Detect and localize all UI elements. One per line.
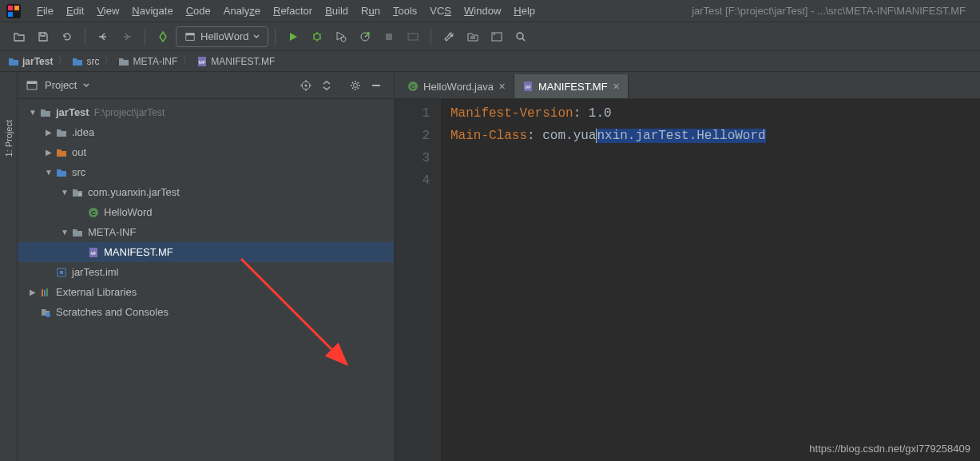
tree-scratches[interactable]: Scratches and Consoles — [18, 302, 394, 322]
expand-all-icon[interactable] — [317, 76, 336, 95]
svg-point-7 — [314, 34, 320, 40]
tree-iml[interactable]: jarTest.iml — [18, 262, 394, 282]
svg-rect-30 — [42, 289, 43, 296]
profile-button[interactable] — [354, 26, 376, 48]
gear-icon[interactable] — [346, 76, 365, 95]
svg-text:MF: MF — [525, 85, 530, 89]
menu-item[interactable]: Help — [507, 3, 542, 18]
tree-root[interactable]: ▼ jarTest F:\project\jarTest — [18, 102, 394, 122]
hide-icon[interactable] — [367, 76, 386, 95]
separator — [85, 28, 85, 46]
line-number: 4 — [395, 169, 430, 192]
code-body[interactable]: Manifest-Version: 1.0 Main-Class: com.yu… — [441, 99, 980, 461]
menu-item[interactable]: Run — [355, 3, 387, 18]
tree-out[interactable]: ▶ out — [18, 142, 394, 162]
svg-text:MF: MF — [199, 60, 206, 65]
project-pane: Project ▼ jarTest F:\project\jarTest ▶ .… — [18, 72, 395, 461]
target-icon[interactable] — [296, 76, 315, 95]
menu-item[interactable]: VCS — [423, 3, 458, 18]
svg-rect-12 — [408, 34, 418, 40]
divider — [338, 76, 344, 95]
close-icon[interactable]: ✕ — [498, 81, 506, 92]
attach-button[interactable] — [402, 26, 424, 48]
breadcrumb-src[interactable]: src — [72, 56, 99, 67]
sdk-button[interactable] — [486, 26, 508, 48]
coverage-button[interactable] — [330, 26, 352, 48]
svg-text:C: C — [91, 209, 96, 217]
separator — [430, 28, 431, 46]
menu-item[interactable]: View — [90, 3, 125, 18]
debug-button[interactable] — [306, 26, 328, 48]
tab-manifest[interactable]: MF MANIFEST.MF ✕ — [514, 74, 629, 98]
svg-rect-32 — [46, 288, 48, 296]
menu-item[interactable]: Tools — [387, 3, 423, 18]
back-button[interactable] — [92, 26, 114, 48]
menu-item[interactable]: Window — [458, 3, 507, 18]
run-button[interactable] — [282, 26, 304, 48]
manifest-file-icon: MF — [196, 56, 208, 67]
project-tool-window-button[interactable]: 1: Project — [4, 120, 14, 157]
svg-point-22 — [354, 83, 358, 87]
app-icon — [184, 31, 196, 42]
tree-ext-libs[interactable]: ▶ External Libraries — [18, 282, 394, 302]
java-class-icon: C — [407, 81, 419, 92]
folder-icon — [72, 57, 83, 66]
close-icon[interactable]: ✕ — [613, 81, 620, 92]
breadcrumb: jarTest 〉 src 〉 META-INF 〉 MF MANIFEST.M… — [0, 51, 980, 72]
chevron-down-icon[interactable] — [83, 82, 89, 89]
tree-idea[interactable]: ▶ .idea — [18, 122, 394, 142]
refresh-button[interactable] — [56, 26, 78, 48]
chevron-right-icon: 〉 — [58, 54, 67, 68]
gutter[interactable]: 1 2 3 4 — [395, 99, 441, 461]
svg-rect-6 — [186, 33, 195, 35]
side-rail: 1: Project — [0, 72, 18, 461]
tree-meta[interactable]: ▼ META-INF — [18, 222, 394, 242]
line-number: 3 — [395, 147, 430, 169]
svg-point-8 — [341, 37, 346, 42]
svg-point-33 — [46, 312, 50, 317]
project-view-icon — [26, 79, 38, 92]
tree-src[interactable]: ▼ src — [18, 162, 394, 182]
menu-item[interactable]: Navigate — [125, 3, 179, 18]
project-structure-button[interactable] — [462, 26, 484, 48]
project-header: Project — [18, 72, 394, 99]
svg-point-23 — [78, 193, 81, 196]
svg-point-15 — [517, 33, 523, 39]
menubar: FileEditViewNavigateCodeAnalyzeRefactorB… — [0, 0, 980, 22]
menu-item[interactable]: File — [30, 3, 60, 18]
breadcrumb-root[interactable]: jarTest — [8, 56, 53, 67]
tree-pkg[interactable]: ▼ com.yuanxin.jarTest — [18, 182, 394, 202]
build-button[interactable] — [152, 26, 174, 48]
project-tree[interactable]: ▼ jarTest F:\project\jarTest ▶ .idea ▶ o… — [18, 99, 394, 461]
run-config-label: HelloWord — [200, 30, 248, 42]
breadcrumb-meta[interactable]: META-INF — [118, 56, 177, 67]
tree-class[interactable]: C HelloWord — [18, 202, 394, 222]
tree-manifest[interactable]: MF MANIFEST.MF — [18, 242, 394, 262]
project-toolbar — [296, 76, 386, 95]
save-all-button[interactable] — [32, 26, 54, 48]
svg-point-21 — [305, 84, 307, 86]
menu-item[interactable]: Edit — [60, 3, 90, 18]
stop-button[interactable] — [378, 26, 400, 48]
forward-button[interactable] — [116, 26, 138, 48]
tab-java[interactable]: C HelloWord.java ✕ — [399, 74, 514, 98]
window-title: jarTest [F:\project\jarTest] - ...\src\M… — [692, 5, 974, 17]
svg-point-14 — [494, 34, 495, 35]
open-button[interactable] — [8, 26, 30, 48]
menu-item[interactable]: Build — [319, 3, 355, 18]
search-button[interactable] — [510, 26, 532, 48]
menu-item[interactable]: Code — [180, 3, 217, 18]
chevron-right-icon: 〉 — [104, 54, 113, 68]
separator — [275, 28, 276, 46]
menu-item[interactable]: Analyze — [217, 3, 267, 18]
svg-text:MF: MF — [90, 251, 96, 256]
menu-item[interactable]: Refactor — [267, 3, 319, 18]
svg-rect-2 — [14, 6, 19, 10]
watermark: https://blog.csdn.net/gxl779258409 — [809, 443, 970, 455]
project-header-label: Project — [45, 79, 77, 91]
code-editor[interactable]: 1 2 3 4 Manifest-Version: 1.0 Main-Class… — [395, 99, 980, 461]
toolbar: HelloWord — [0, 22, 980, 51]
breadcrumb-file[interactable]: MF MANIFEST.MF — [196, 56, 275, 67]
wrench-button[interactable] — [438, 26, 460, 48]
run-config-select[interactable]: HelloWord — [176, 26, 268, 47]
